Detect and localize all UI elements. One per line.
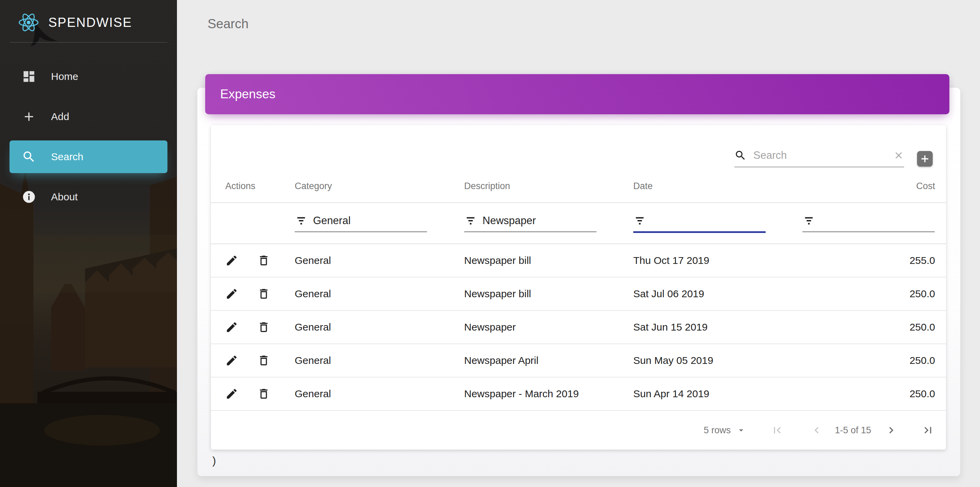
previous-page-button[interactable] bbox=[810, 424, 823, 437]
cell-description: Newspaper bill bbox=[464, 255, 633, 266]
last-page-icon bbox=[921, 424, 934, 437]
react-logo-icon bbox=[18, 12, 39, 33]
table-body: General Newspaper bill Thu Oct 17 2019 2… bbox=[211, 244, 946, 411]
sidebar-item-add[interactable]: Add bbox=[10, 100, 167, 133]
pencil-icon bbox=[225, 387, 238, 400]
delete-button[interactable] bbox=[257, 254, 270, 267]
row-actions bbox=[225, 254, 295, 267]
expenses-table-card: Actions Category Description Date Cost bbox=[211, 125, 946, 450]
search-icon bbox=[734, 149, 746, 162]
cell-cost: 250.0 bbox=[802, 321, 935, 333]
page-title: Search bbox=[208, 16, 960, 32]
delete-button[interactable] bbox=[257, 354, 270, 367]
clear-search-button[interactable] bbox=[893, 150, 904, 161]
cell-date: Sun May 05 2019 bbox=[633, 355, 802, 366]
dashboard-icon bbox=[22, 69, 36, 84]
filter-icon bbox=[295, 215, 307, 227]
plus-icon bbox=[22, 109, 36, 124]
add-expense-button[interactable] bbox=[917, 151, 933, 167]
date-filter-field bbox=[633, 214, 765, 233]
main-content: Search Expenses bbox=[177, 0, 980, 487]
next-page-button[interactable] bbox=[885, 424, 898, 437]
sidebar-item-about[interactable]: About bbox=[10, 181, 167, 213]
pencil-icon bbox=[225, 254, 238, 267]
edit-button[interactable] bbox=[225, 287, 238, 300]
column-header-date: Date bbox=[633, 181, 802, 192]
edit-button[interactable] bbox=[225, 354, 238, 367]
edit-button[interactable] bbox=[225, 387, 238, 400]
sidebar-nav: Home Add Search bbox=[0, 43, 177, 213]
sidebar-item-search[interactable]: Search bbox=[10, 140, 167, 173]
cell-description: Newspaper bbox=[464, 321, 633, 333]
plus-icon bbox=[920, 154, 930, 164]
pencil-icon bbox=[225, 354, 238, 367]
cell-date: Sat Jul 06 2019 bbox=[633, 288, 802, 300]
search-icon bbox=[22, 150, 36, 164]
cell-cost: 255.0 bbox=[802, 255, 935, 266]
edit-button[interactable] bbox=[225, 321, 238, 334]
pencil-icon bbox=[225, 321, 238, 334]
cell-description: Newspaper - March 2019 bbox=[464, 388, 633, 400]
cost-filter-field bbox=[802, 214, 935, 232]
table-row: General Newspaper - March 2019 Sun Apr 1… bbox=[211, 378, 946, 411]
cell-category: General bbox=[295, 388, 464, 400]
cell-date: Sun Apr 14 2019 bbox=[633, 388, 802, 400]
sidebar-item-label: Search bbox=[51, 151, 83, 163]
chevron-down-icon bbox=[736, 425, 746, 435]
trash-icon bbox=[257, 321, 270, 334]
row-actions bbox=[225, 354, 295, 367]
description-filter-input[interactable] bbox=[482, 214, 595, 227]
cell-category: General bbox=[295, 255, 464, 266]
category-filter-field bbox=[295, 214, 427, 232]
rows-per-page-label: 5 rows bbox=[704, 425, 731, 436]
trash-icon bbox=[257, 254, 270, 267]
trash-icon bbox=[257, 354, 270, 367]
sidebar-item-label: Add bbox=[51, 111, 69, 122]
table-header-row: Actions Category Description Date Cost bbox=[211, 170, 946, 203]
row-actions bbox=[225, 387, 295, 400]
date-filter-input[interactable] bbox=[651, 214, 764, 227]
cell-cost: 250.0 bbox=[802, 388, 935, 400]
stray-text: ) bbox=[212, 454, 216, 467]
sidebar: SPENDWISE Home Add bbox=[0, 0, 177, 487]
table-row: General Newspaper April Sun May 05 2019 … bbox=[211, 344, 946, 378]
edit-button[interactable] bbox=[225, 254, 238, 267]
first-page-button[interactable] bbox=[771, 424, 784, 437]
sidebar-item-home[interactable]: Home bbox=[10, 60, 167, 93]
row-actions bbox=[225, 287, 295, 300]
expenses-panel-header: Expenses bbox=[205, 74, 950, 114]
brand: SPENDWISE bbox=[0, 0, 177, 33]
description-filter-field bbox=[464, 214, 597, 232]
trash-icon bbox=[257, 387, 270, 400]
pagination-bar: 5 rows 1-5 of 15 bbox=[211, 411, 946, 450]
pencil-icon bbox=[225, 287, 238, 300]
delete-button[interactable] bbox=[257, 321, 270, 334]
last-page-button[interactable] bbox=[921, 424, 934, 437]
app-title: SPENDWISE bbox=[48, 15, 132, 30]
search-input[interactable] bbox=[753, 149, 887, 162]
cell-description: Newspaper bill bbox=[464, 288, 633, 300]
table-toolbar bbox=[211, 125, 946, 170]
cell-date: Thu Oct 17 2019 bbox=[633, 255, 802, 266]
column-header-description: Description bbox=[464, 181, 633, 192]
filter-icon bbox=[634, 215, 646, 227]
delete-button[interactable] bbox=[257, 287, 270, 300]
sidebar-item-label: About bbox=[51, 191, 78, 203]
filter-icon bbox=[803, 215, 815, 227]
search-field bbox=[734, 149, 904, 167]
rows-per-page-select[interactable]: 5 rows bbox=[702, 425, 749, 436]
table-filter-row bbox=[211, 203, 946, 244]
cell-cost: 250.0 bbox=[802, 355, 935, 366]
delete-button[interactable] bbox=[257, 387, 270, 400]
first-page-icon bbox=[771, 424, 784, 437]
cell-category: General bbox=[295, 321, 464, 333]
table-row: General Newspaper bill Thu Oct 17 2019 2… bbox=[211, 244, 946, 278]
trash-icon bbox=[257, 287, 270, 300]
sidebar-item-label: Home bbox=[51, 71, 78, 82]
panel-title: Expenses bbox=[220, 87, 275, 102]
cell-category: General bbox=[295, 288, 464, 300]
chevron-left-icon bbox=[810, 424, 823, 437]
cost-filter-input[interactable] bbox=[820, 214, 933, 227]
cell-date: Sat Jun 15 2019 bbox=[633, 321, 802, 333]
category-filter-input[interactable] bbox=[312, 214, 425, 227]
